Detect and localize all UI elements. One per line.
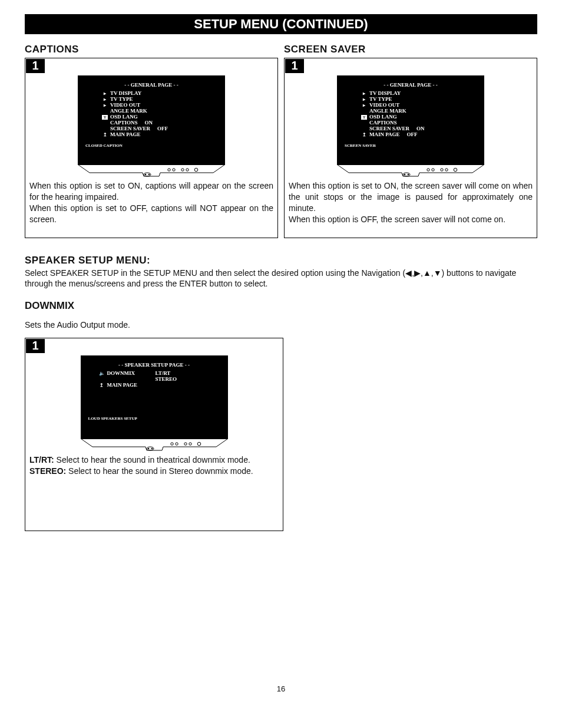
blank-icon [99,377,105,382]
svg-point-23 [197,443,201,446]
menu-value: ON [145,120,161,126]
menu-item: MAIN PAGE [110,131,141,137]
menu-value: OFF [157,126,174,131]
blank-icon [102,126,108,131]
speaker-setup-section: SPEAKER SETUP MENU: Select SPEAKER SETUP… [25,255,537,290]
svg-point-19 [170,443,173,445]
tv-frame: - - SPEAKER SETUP PAGE - - 🔈 DOWNMIX LT/… [81,355,228,452]
svg-point-21 [184,443,186,445]
downmix-intro: Sets the Audio Output mode. [25,320,537,330]
captions-heading: CAPTIONS [25,44,278,55]
svg-point-17 [147,448,149,450]
step-badge: 1 [26,59,45,73]
svg-point-7 [194,168,198,172]
screensaver-desc-on: When this option is set to ON, the scree… [289,180,533,214]
screen-footer: LOUD SPEAKERS SETUP [88,416,220,421]
return-icon: ↥ [99,383,105,388]
svg-point-6 [186,169,189,171]
captions-desc-on: When this option is set to ON, captions … [29,180,273,203]
menu-item: TV TYPE [369,96,392,102]
menu-value: LT/RT [156,370,172,376]
svg-point-12 [432,169,434,171]
blank-icon [102,120,108,126]
blank-icon [361,108,367,114]
arrow-icon: ▸ [102,97,108,102]
svg-point-5 [181,169,184,171]
downmix-box: 1 - - SPEAKER SETUP PAGE - - 🔈 DOWNMIX L… [25,338,283,531]
page-title-bar: SETUP MENU (CONTINUED) [25,14,537,34]
svg-point-10 [408,174,409,176]
tv-frame: - - GENERAL PAGE - - ▸TV DISPLAY ▸TV TYP… [337,75,484,178]
menu-item: ANGLE MARK [369,108,406,114]
svg-point-14 [445,169,448,171]
menu-item: TV TYPE [110,96,133,102]
screen-footer: CLOSED CAPTION [85,143,217,148]
screen-title: - - SPEAKER SETUP PAGE - - [88,362,220,368]
menu-item: OSD LANG [110,114,138,120]
menu-item: CAPTIONS [110,120,138,126]
menu-item: SCREEN SAVER [369,126,409,131]
svg-point-3 [168,169,170,171]
ltrt-label: LT/RT: [29,455,54,465]
svg-point-15 [454,168,457,172]
t-icon: T [361,115,367,120]
tv-frame: - - GENERAL PAGE - - ▸TV DISPLAY ▸TV TYP… [78,75,225,178]
t-icon: T [102,115,108,120]
tv-base [337,165,484,178]
menu-value: OFF [407,131,424,137]
blank-icon [102,108,108,114]
arrow-icon: ▸ [102,91,108,96]
menu-item: MAIN PAGE [107,382,138,388]
arrow-icon: ▸ [361,91,367,96]
svg-point-4 [173,169,175,171]
menu-value: ON [416,126,433,131]
tv-screen-saver: - - GENERAL PAGE - - ▸TV DISPLAY ▸TV TYP… [337,75,484,165]
menu-item: OSD LANG [369,114,397,120]
svg-point-18 [151,448,153,450]
tv-base [78,165,225,178]
tv-base [81,439,228,452]
arrow-icon: ▸ [361,97,367,102]
svg-point-9 [404,174,406,176]
speaker-desc-a: Select SPEAKER SETUP in the SETUP MENU a… [25,268,405,278]
svg-point-1 [145,174,147,176]
stereo-text: Select to hear the sound in Stereo downm… [66,466,253,476]
arrow-icon: ▸ [102,103,108,108]
menu-item: TV DISPLAY [110,90,141,96]
menu-item: CAPTIONS [369,120,397,126]
svg-point-11 [427,169,429,171]
screen-title: - - GENERAL PAGE - - [85,82,217,88]
captions-desc-off: When this option is set to OFF, captions… [29,203,273,225]
screensaver-desc-off: When this option is OFF, the screen save… [289,214,533,225]
svg-point-22 [189,443,191,445]
screensaver-heading: SCREEN SAVER [284,44,537,55]
ltrt-text: Select to hear the sound in theatrical d… [54,455,250,465]
nav-symbols: ◀,▶,▲,▼ [405,268,441,278]
menu-item: VIDEO OUT [110,102,140,108]
screensaver-box: 1 - - GENERAL PAGE - - ▸TV DISPLAY ▸TV T… [284,58,537,238]
menu-item: ANGLE MARK [110,108,147,114]
speaker-icon: 🔈 [99,371,105,376]
downmix-heading: DOWNMIX [25,300,537,312]
menu-item: TV DISPLAY [369,90,401,96]
speaker-heading: SPEAKER SETUP MENU: [25,255,537,266]
step-badge: 1 [26,339,45,353]
menu-value: STEREO [156,376,177,382]
tv-screen-captions: - - GENERAL PAGE - - ▸TV DISPLAY ▸TV TYP… [78,75,225,165]
stereo-label: STEREO: [29,466,66,476]
blank-icon [361,126,367,131]
screen-title: - - GENERAL PAGE - - [345,82,477,88]
blank-icon [361,120,367,126]
arrow-icon: ▸ [361,103,367,108]
svg-point-20 [175,443,177,445]
menu-item: DOWNMIX [107,370,148,376]
step-badge: 1 [285,59,304,73]
return-icon: ↥ [361,132,367,137]
screen-footer: SCREEN SAVER [345,143,477,148]
tv-screen-downmix: - - SPEAKER SETUP PAGE - - 🔈 DOWNMIX LT/… [81,355,228,439]
menu-item: SCREEN SAVER [110,126,150,131]
captions-box: 1 - - GENERAL PAGE - - ▸TV DISPLAY ▸TV T… [25,58,278,238]
svg-point-13 [441,169,443,171]
page-number: 16 [25,684,537,693]
return-icon: ↥ [102,132,108,137]
